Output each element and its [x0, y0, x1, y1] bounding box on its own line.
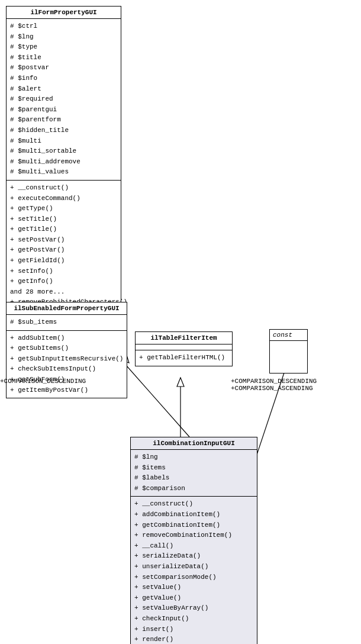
- ilFormPropertyGUI-box: ilFormPropertyGUI # $ctrl # $lng # $type…: [6, 6, 121, 331]
- comparison-descending-label: +COMPARISON_DESCENDING: [0, 378, 86, 385]
- ilTableFilterItem-header: ilTableFilterItem: [136, 332, 232, 344]
- ilSubEnabledFormPropertyGUI-header: ilSubEnabledFormPropertyGUI: [7, 302, 127, 315]
- svg-line-2: [121, 360, 189, 437]
- ilCombinationInputGUI-header: ilCombinationInputGUI: [131, 437, 257, 450]
- const-labels: +COMPARISON_DESCENDING +COMPARISON_ASCEN…: [231, 378, 317, 392]
- const-box: const: [269, 329, 308, 373]
- const-label: const: [270, 330, 307, 341]
- ilCombinationInputGUI-fields: # $lng # $items # $labels # $comparison: [131, 450, 257, 497]
- ilTableFilterItem-methods: + getTableFilterHTML(): [136, 350, 232, 366]
- ilTableFilterItem-fields: [136, 344, 232, 350]
- ilTableFilterItem-box: ilTableFilterItem + getTableFilterHTML(): [135, 331, 233, 366]
- ilSubEnabledFormPropertyGUI-fields: # $sub_items: [7, 315, 127, 331]
- diagram-container: ilFormPropertyGUI # $ctrl # $lng # $type…: [0, 0, 361, 644]
- ilCombinationInputGUI-box: ilCombinationInputGUI # $lng # $items # …: [130, 437, 257, 644]
- ilCombinationInputGUI-methods: + __construct() + addCombinationItem() +…: [131, 497, 257, 644]
- ilSubEnabledFormPropertyGUI-methods: + addSubItem() + getSubItems() + getSubI…: [7, 331, 127, 398]
- ilFormPropertyGUI-fields: # $ctrl # $lng # $type # $title # $postv…: [7, 19, 121, 181]
- ilFormPropertyGUI-header: ilFormPropertyGUI: [7, 7, 121, 19]
- svg-marker-5: [177, 378, 184, 387]
- const-content: [270, 341, 307, 344]
